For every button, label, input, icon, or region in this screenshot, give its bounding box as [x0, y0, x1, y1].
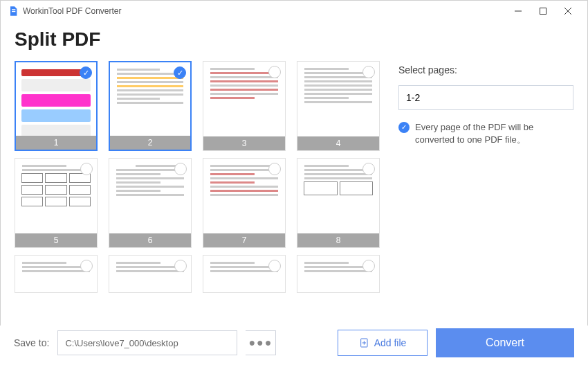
- page-number: 7: [203, 233, 285, 247]
- saveto-label: Save to:: [14, 337, 49, 348]
- check-icon[interactable]: [268, 66, 281, 78]
- page-number: 2: [110, 136, 190, 150]
- page-thumb-6[interactable]: 6: [109, 158, 192, 248]
- info-check-icon: ✓: [398, 122, 410, 133]
- page-number: 3: [203, 136, 285, 150]
- maximize-button[interactable]: [531, 1, 555, 21]
- check-icon[interactable]: [268, 260, 281, 272]
- close-button[interactable]: [555, 1, 580, 21]
- page-thumb-12[interactable]: [297, 255, 380, 293]
- add-file-button[interactable]: Add file: [338, 330, 428, 356]
- check-icon[interactable]: [174, 163, 187, 175]
- add-file-label: Add file: [374, 337, 407, 348]
- page-thumb-3[interactable]: 3: [203, 61, 286, 151]
- page-number: 5: [15, 233, 97, 247]
- check-icon[interactable]: [80, 66, 92, 79]
- check-icon[interactable]: [174, 66, 186, 79]
- page-number: 1: [16, 136, 96, 150]
- page-thumb-7[interactable]: 7: [203, 158, 286, 248]
- page-thumb-1[interactable]: 1: [15, 61, 98, 151]
- info-text: Every page of the PDF will be converted …: [415, 121, 573, 146]
- page-thumbnails: 1 2 3 4 5 6 7: [15, 61, 381, 310]
- check-icon[interactable]: [362, 66, 375, 78]
- check-icon[interactable]: [362, 260, 375, 272]
- select-pages-label: Select pages:: [398, 64, 573, 75]
- page-title: Split PDF: [1, 21, 587, 61]
- svg-rect-0: [540, 8, 546, 15]
- info-row: ✓ Every page of the PDF will be converte…: [398, 121, 573, 146]
- check-icon[interactable]: [362, 163, 375, 175]
- page-thumb-2[interactable]: 2: [109, 61, 192, 151]
- browse-button[interactable]: ●●●: [246, 330, 276, 355]
- minimize-button[interactable]: [506, 1, 531, 21]
- app-logo-icon: [8, 6, 19, 17]
- page-thumb-5[interactable]: 5: [15, 158, 98, 248]
- page-number: 4: [297, 136, 379, 150]
- page-thumb-8[interactable]: 8: [297, 158, 380, 248]
- page-thumb-10[interactable]: [109, 255, 192, 293]
- footer: Save to: C:\Users\love7_000\desktop ●●● …: [0, 326, 588, 374]
- page-thumb-9[interactable]: [15, 255, 98, 293]
- page-thumb-4[interactable]: 4: [297, 61, 380, 151]
- page-number: 6: [109, 233, 191, 247]
- check-icon[interactable]: [268, 163, 281, 175]
- page-number: 8: [297, 233, 379, 247]
- save-path-display[interactable]: C:\Users\love7_000\desktop: [57, 330, 237, 355]
- titlebar: WorkinTool PDF Converter: [1, 1, 587, 21]
- check-icon[interactable]: [174, 260, 187, 272]
- check-icon[interactable]: [80, 260, 93, 272]
- side-panel: Select pages: ✓ Every page of the PDF wi…: [398, 61, 573, 310]
- page-range-input[interactable]: [398, 85, 573, 110]
- app-title: WorkinTool PDF Converter: [23, 6, 122, 16]
- check-icon[interactable]: [80, 163, 93, 175]
- convert-button[interactable]: Convert: [436, 328, 574, 357]
- page-thumb-11[interactable]: [203, 255, 286, 293]
